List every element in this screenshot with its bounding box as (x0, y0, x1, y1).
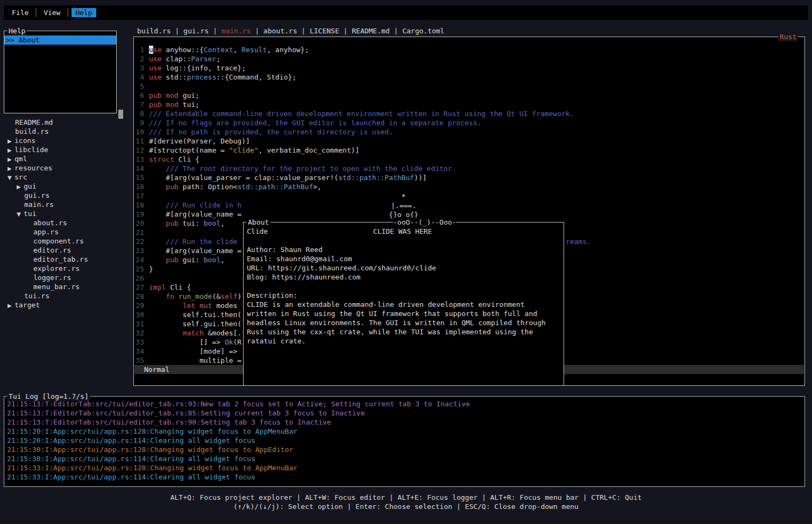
code-line: 12#[structopt(name = "clide", verbatim_d… (135, 146, 803, 155)
menu-item-file[interactable]: File (8, 8, 32, 17)
tree-item-gui[interactable]: ▶gui (4, 182, 130, 191)
tree-item-src[interactable]: ▼src (4, 173, 130, 182)
code-token (149, 292, 166, 300)
file-explorer: README.mdbuild.rs▶icons▶libclide▶qml▶res… (4, 118, 130, 310)
tab-readme-md[interactable]: README.md (352, 26, 389, 35)
tree-item-menu-bar-rs[interactable]: menu_bar.rs (4, 282, 130, 291)
line-number: 1 (135, 45, 144, 54)
about-popup-title: About (246, 218, 270, 227)
tab-cargo-toml[interactable]: Cargo.toml (402, 26, 444, 35)
code-token: std:: (161, 73, 187, 81)
code-token: process (187, 73, 216, 81)
tab-gui-rs[interactable]: gui.rs (183, 26, 209, 35)
tree-item-label: menu_bar.rs (33, 283, 80, 291)
code-token: , verbatim_doc_comment)] (259, 146, 360, 154)
code-token: run_mode (179, 292, 212, 300)
code-line: 9/// If no flags are provided, the GUI e… (135, 118, 803, 127)
line-number: 9 (135, 118, 144, 127)
tab-main-rs[interactable]: main.rs (222, 26, 251, 35)
code-token: Parser (191, 55, 216, 63)
line-number: 21 (135, 228, 144, 237)
tree-item-libclide[interactable]: ▶libclide (4, 145, 130, 154)
line-number: 12 (135, 146, 144, 155)
tab-build-rs[interactable]: build.rs (137, 26, 171, 35)
code-token: /// If no path is provided, the current … (149, 128, 393, 136)
text-cursor: u (149, 46, 153, 54)
tree-item-label: target (15, 301, 40, 309)
tree-item-explorer-rs[interactable]: explorer.rs (4, 264, 130, 273)
chevron-right-icon: ▶ (8, 164, 15, 173)
line-number: 20 (135, 219, 144, 228)
tree-item-label: main.rs (24, 200, 54, 209)
code-token: >, (313, 183, 322, 191)
code-token: ) (237, 292, 241, 300)
code-token: self.tui.then( (149, 311, 241, 319)
code-token: let mut (183, 302, 212, 310)
tree-item-label: libclide (15, 146, 48, 154)
line-number: 13 (135, 155, 144, 164)
tree-item-label: src (15, 173, 27, 181)
about-popup-line: Description: (247, 291, 564, 300)
tree-item-about-rs[interactable]: about.rs (4, 218, 130, 227)
tree-item-editor-rs[interactable]: editor.rs (4, 246, 130, 255)
log-panel-title: Tui Log [log=1.7/s] (7, 392, 90, 401)
tree-item-component-rs[interactable]: component.rs (4, 236, 130, 246)
tree-item-app-rs[interactable]: app.rs (4, 227, 130, 236)
tree-item-tui[interactable]: ▼tui (4, 209, 130, 218)
code-line: 8/// Extendable command-line driven deve… (135, 109, 803, 118)
line-number: 29 (135, 301, 144, 310)
code-line-text: multiple = (149, 356, 241, 365)
code-token: pub (166, 183, 178, 191)
line-number: 18 (135, 200, 144, 210)
code-line-text: let mut modes (149, 301, 237, 310)
tab-about-rs[interactable]: about.rs (263, 26, 297, 35)
line-number: 3 (135, 63, 144, 73)
about-popup-line (247, 282, 564, 291)
code-token: &modes[. (204, 329, 241, 337)
code-token: [] => (149, 338, 225, 346)
log-entry: 21:15:20:I:App:src/tui/app.rs:128:Changi… (7, 427, 804, 436)
code-line-text: } (149, 264, 153, 274)
code-token (149, 302, 183, 310)
tree-item-logger-rs[interactable]: logger.rs (4, 273, 130, 282)
about-popup: * |.===. {}o o{} About -ooO--(_)--Ooo- C… (243, 191, 564, 386)
tree-item-build-rs[interactable]: build.rs (4, 127, 130, 136)
code-line: 15 #[arg(value_parser = clap::value_pars… (135, 173, 803, 182)
tab-license[interactable]: LICENSE (310, 26, 339, 35)
code-line-text: [mode] => (149, 347, 237, 356)
dropdown-item-about[interactable]: >> About (4, 35, 116, 45)
tree-item-main-rs[interactable]: main.rs (4, 200, 130, 209)
tree-item-target[interactable]: ▶target (4, 300, 130, 310)
tree-item-gui-rs[interactable]: gui.rs (4, 191, 130, 200)
log-entry: 21:15:30:I:App:src/tui/app.rs:128:Changi… (7, 445, 804, 454)
code-token: std::path::PathBuf (237, 183, 313, 191)
code-line: 4use std::process::{Command, Stdio}; (135, 73, 803, 82)
code-line: 16 pub path: Option<std::path::PathBuf>, (135, 182, 803, 191)
code-token: #[arg(value_parser = clap::value_parser!… (149, 174, 338, 182)
tree-item-tui-rs[interactable]: tui.rs (4, 291, 130, 300)
log-entries: 21:15:13:T:EditorTab:src/tui/editor_tab.… (7, 399, 804, 482)
tree-item-editor-tab-rs[interactable]: editor_tab.rs (4, 255, 130, 264)
code-line-text: #[arg(value_name = (149, 246, 241, 255)
menu-item-view[interactable]: View (40, 8, 64, 17)
code-token: , (220, 219, 225, 227)
line-number: 2 (135, 54, 144, 63)
tree-item-label: icons (15, 137, 35, 145)
tree-item-label: explorer.rs (33, 264, 80, 272)
tree-item-qml[interactable]: ▶qml (4, 154, 130, 163)
chevron-right-icon: ▶ (8, 155, 15, 164)
code-token: pub (166, 219, 178, 227)
line-number: 22 (135, 237, 144, 246)
code-token: } (149, 265, 153, 273)
tree-item-icons[interactable]: ▶icons (4, 136, 130, 145)
line-number: 35 (135, 356, 144, 365)
log-panel[interactable]: Tui Log [log=1.7/s] 21:15:13:T:EditorTab… (4, 396, 805, 487)
code-token: bool (204, 219, 220, 227)
menu-separator: │ (32, 9, 40, 17)
tree-item-readme-md[interactable]: README.md (4, 118, 130, 127)
code-token: "clide" (229, 146, 259, 154)
about-popup-content: Clide CLIDE WAS HEREAuthor: Shaun ReedEm… (247, 227, 564, 346)
menu-item-help[interactable]: Help (72, 8, 96, 17)
tree-item-resources[interactable]: ▶resources (4, 163, 130, 173)
code-token: #[arg(value_name = (149, 210, 241, 218)
